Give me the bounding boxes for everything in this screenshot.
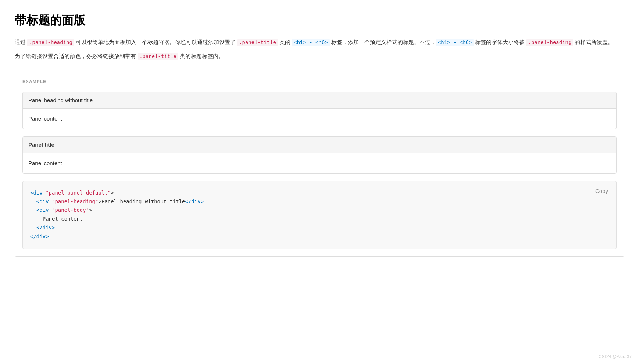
panel-2: Panel title Panel content [22, 136, 617, 174]
page-title: 带标题的面版 [15, 11, 624, 30]
panel-1-body: Panel content [23, 109, 616, 129]
panel-2-body: Panel content [23, 153, 616, 173]
copy-button[interactable]: Copy [593, 187, 610, 195]
code-content-2: <div "panel-heading">Panel heading witho… [30, 197, 609, 206]
example-container: EXAMPLE Panel heading without title Pane… [15, 71, 624, 257]
code-line-6: </div> [30, 232, 609, 241]
code-h1-h6-1: <h1> - <h6> [292, 39, 329, 46]
code-line-5: </div> [30, 224, 609, 232]
code-panel-title-2: .panel-title [138, 53, 178, 60]
code-line-1: <div "panel panel-default"> [30, 189, 609, 197]
code-line-3: <div "panel-body"> [30, 206, 609, 215]
code-content-3: <div "panel-body"> [30, 206, 609, 215]
code-line-4: Panel content [30, 215, 609, 224]
code-panel-title-1: .panel-title [237, 39, 278, 46]
code-line-2: <div "panel-heading">Panel heading witho… [30, 197, 609, 206]
panel-1: Panel heading without title Panel conten… [22, 92, 617, 129]
code-content-6: </div> [30, 232, 609, 241]
code-block: Copy <div "panel panel-default"> <div "p… [22, 181, 617, 249]
panel-1-heading: Panel heading without title [23, 92, 616, 109]
code-content: <div "panel panel-default"> [30, 189, 609, 197]
code-content-4: Panel content [30, 215, 609, 224]
code-content-5: </div> [30, 224, 609, 232]
description1: 通过 .panel-heading 可以很简单地为面板加入一个标题容器。你也可以… [15, 37, 624, 47]
panel-2-title: Panel title [28, 142, 54, 148]
code-panel-heading-2: .panel-heading [526, 39, 574, 46]
example-label: EXAMPLE [22, 78, 617, 85]
code-panel-heading-1: .panel-heading [27, 39, 74, 46]
code-h1-h6-2: <h1> - <h6> [436, 39, 474, 46]
panel-2-heading: Panel title [23, 137, 616, 153]
description2: 为了给链接设置合适的颜色，务必将链接放到带有 .panel-title 类的标题… [15, 51, 624, 61]
